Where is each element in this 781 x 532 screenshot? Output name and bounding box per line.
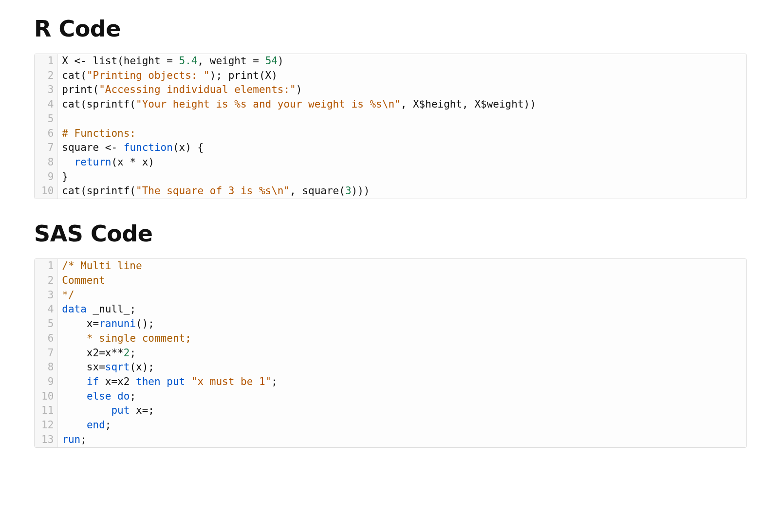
code-token: (x); xyxy=(130,361,154,373)
line-number: 8 xyxy=(35,360,58,375)
code-token: ))) xyxy=(352,185,370,197)
code-token xyxy=(259,55,265,67)
code-token: end xyxy=(87,419,105,431)
code-token: run xyxy=(62,434,80,445)
code-token: <- xyxy=(74,55,87,67)
code-token: 54 xyxy=(265,55,278,67)
code-line: 1X <- list(height = 5.4, weight = 54) xyxy=(35,54,746,69)
code-token: */ xyxy=(62,289,74,301)
code-line: 5 xyxy=(35,112,746,127)
line-number: 7 xyxy=(35,346,58,361)
code-cell: data _null_; xyxy=(58,302,746,317)
code-cell: /* Multi line xyxy=(58,259,746,274)
code-token: Comment xyxy=(62,275,105,286)
code-cell: cat(sprintf("Your height is %s and your … xyxy=(58,97,746,112)
code-token: } xyxy=(62,171,68,183)
code-token: "x must be 1" xyxy=(191,376,271,387)
code-token: put xyxy=(111,404,130,416)
code-cell: x=ranuni(); xyxy=(58,317,746,331)
code-line: 9} xyxy=(35,170,746,184)
code-line: 4cat(sprintf("Your height is %s and your… xyxy=(35,97,746,112)
code-line: 1/* Multi line xyxy=(35,259,746,274)
code-token: x2=x** xyxy=(62,347,123,359)
code-table-sas: 1/* Multi line2Comment3*/4data _null_;5 … xyxy=(35,259,746,447)
code-token: = xyxy=(253,55,259,67)
code-token: then xyxy=(136,376,161,387)
code-token: x= xyxy=(62,318,99,330)
code-block-r: 1X <- list(height = 5.4, weight = 54)2ca… xyxy=(34,54,747,199)
line-number: 10 xyxy=(35,389,58,404)
code-token: 2 xyxy=(124,347,130,359)
code-cell: run; xyxy=(58,433,746,447)
line-number: 11 xyxy=(35,404,58,418)
code-line: 11 put x=; xyxy=(35,404,746,418)
code-token: print( xyxy=(62,84,99,95)
code-cell: print("Accessing individual elements:") xyxy=(58,83,746,97)
code-cell: Comment xyxy=(58,274,746,288)
code-cell: x2=x**2; xyxy=(58,346,746,361)
code-token: x=; xyxy=(130,404,154,416)
code-cell xyxy=(58,112,746,127)
code-token: function xyxy=(124,142,173,153)
code-line: 10 else do; xyxy=(35,389,746,404)
line-number: 2 xyxy=(35,69,58,83)
code-token xyxy=(62,419,87,431)
code-token: = xyxy=(167,55,173,67)
code-token: if xyxy=(87,376,99,387)
code-line: 8 sx=sqrt(x); xyxy=(35,360,746,375)
line-number: 6 xyxy=(35,331,58,346)
code-cell: return(x * x) xyxy=(58,155,746,170)
line-number: 7 xyxy=(35,141,58,155)
code-token: else xyxy=(87,390,112,402)
code-token: put xyxy=(167,376,185,387)
code-line: 12 end; xyxy=(35,418,746,433)
code-line: 13run; xyxy=(35,433,746,447)
code-line: 10cat(sprintf("The square of 3 is %s\n",… xyxy=(35,184,746,199)
line-number: 3 xyxy=(35,288,58,303)
code-token: return xyxy=(74,156,112,168)
line-number: 5 xyxy=(35,112,58,127)
line-number: 3 xyxy=(35,83,58,97)
code-token: _null_; xyxy=(87,303,136,315)
code-cell: } xyxy=(58,170,746,184)
code-line: 9 if x=x2 then put "x must be 1"; xyxy=(35,375,746,389)
code-line: 5 x=ranuni(); xyxy=(35,317,746,331)
code-token xyxy=(161,376,167,387)
code-token: 5.4 xyxy=(179,55,198,67)
code-token: "The square of 3 is %s\n" xyxy=(136,185,290,197)
code-token: data xyxy=(62,303,87,315)
code-line: 7square <- function(x) { xyxy=(35,141,746,155)
code-line: 3*/ xyxy=(35,288,746,303)
code-token xyxy=(62,156,74,168)
code-cell: sx=sqrt(x); xyxy=(58,360,746,375)
code-token: ) xyxy=(278,55,284,67)
line-number: 4 xyxy=(35,302,58,317)
code-cell: put x=; xyxy=(58,404,746,418)
code-token: ); print(X) xyxy=(210,70,278,81)
code-token: (x) { xyxy=(173,142,204,153)
code-token: ) xyxy=(296,84,302,95)
code-token: ; xyxy=(271,376,278,387)
code-token: list(height xyxy=(87,55,167,67)
line-number: 13 xyxy=(35,433,58,447)
code-cell: end; xyxy=(58,418,746,433)
code-line: 3print("Accessing individual elements:") xyxy=(35,83,746,97)
code-token: ; xyxy=(80,434,87,445)
code-token: cat( xyxy=(62,70,87,81)
code-token: cat(sprintf( xyxy=(62,185,136,197)
line-number: 12 xyxy=(35,418,58,433)
code-token: "Your height is %s and your weight is %s… xyxy=(136,98,401,110)
code-cell: cat("Printing objects: "); print(X) xyxy=(58,69,746,83)
code-cell: else do; xyxy=(58,389,746,404)
code-token: ranuni xyxy=(99,318,136,330)
line-number: 1 xyxy=(35,54,58,69)
code-token: , square( xyxy=(290,185,345,197)
page: R Code 1X <- list(height = 5.4, weight =… xyxy=(0,0,781,489)
code-line: 2Comment xyxy=(35,274,746,288)
code-line: 7 x2=x**2; xyxy=(35,346,746,361)
code-token: ; xyxy=(105,419,112,431)
code-token: sx= xyxy=(62,361,105,373)
code-token: <- xyxy=(105,142,117,153)
code-token: * single comment; xyxy=(87,332,191,344)
code-cell: * single comment; xyxy=(58,331,746,346)
